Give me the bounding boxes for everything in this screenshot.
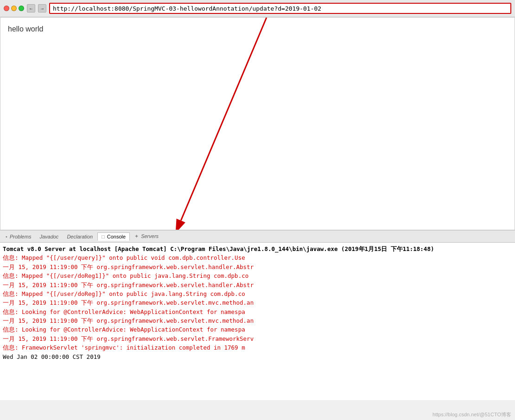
forward-button[interactable]: → <box>38 4 46 13</box>
address-bar[interactable] <box>49 3 511 14</box>
console-line: 信息: Mapped "{[/user/doReg]}" onto public… <box>3 289 512 298</box>
console-line: 一月 15, 2019 11:19:00 下午 org.springframew… <box>3 298 512 307</box>
page-content: hello world <box>0 18 515 41</box>
console-line: Tomcat v8.0 Server at localhost [Apache … <box>3 244 512 253</box>
address-bar-container <box>49 3 511 14</box>
watermark: https://blog.csdn.net/@51CTO博客 <box>432 411 511 418</box>
ide-tab-servers[interactable]: ✦ Servers <box>131 232 162 240</box>
console-output: Tomcat v8.0 Server at localhost [Apache … <box>0 243 515 400</box>
console-line: 一月 15, 2019 11:19:00 下午 org.springframew… <box>3 281 512 289</box>
browser-content: hello world <box>0 17 515 230</box>
browser-chrome: ← → <box>0 0 515 17</box>
ide-tab-problems[interactable]: • Problems <box>2 233 35 240</box>
ide-panel: • ProblemsJavadocDeclaration□ Console✦ S… <box>0 230 515 400</box>
console-line: 一月 15, 2019 11:19:00 下午 org.springframew… <box>3 263 512 271</box>
close-button-icon[interactable] <box>4 6 9 11</box>
ide-tab-declaration[interactable]: Declaration <box>63 233 96 240</box>
console-line: 一月 15, 2019 11:19:00 下午 org.springframew… <box>3 316 512 325</box>
console-line: 信息: Mapped "{[/user/doReg1]}" onto publi… <box>3 271 512 280</box>
ide-tab-console[interactable]: □ Console <box>97 232 130 241</box>
console-line: 信息: FrameworkServlet 'springmvc': initia… <box>3 343 512 352</box>
console-line: 信息: Mapped "{[/user/query]}" onto public… <box>3 253 512 262</box>
traffic-lights <box>4 6 24 11</box>
svg-line-1 <box>181 18 267 220</box>
ide-tab-javadoc[interactable]: Javadoc <box>36 233 62 240</box>
maximize-button-icon[interactable] <box>19 6 24 11</box>
hello-world-text: hello world <box>8 25 43 33</box>
console-line: Wed Jan 02 00:00:00 CST 2019 <box>3 352 512 361</box>
minimize-button-icon[interactable] <box>11 6 17 11</box>
console-line: 一月 15, 2019 11:19:00 下午 org.springframew… <box>3 334 512 343</box>
console-line: 信息: Looking for @ControllerAdvice: WebAp… <box>3 325 512 334</box>
annotation-arrow <box>0 18 515 230</box>
ide-tabs: • ProblemsJavadocDeclaration□ Console✦ S… <box>0 231 515 243</box>
console-line: 信息: Looking for @ControllerAdvice: WebAp… <box>3 307 512 316</box>
back-button[interactable]: ← <box>27 4 35 13</box>
